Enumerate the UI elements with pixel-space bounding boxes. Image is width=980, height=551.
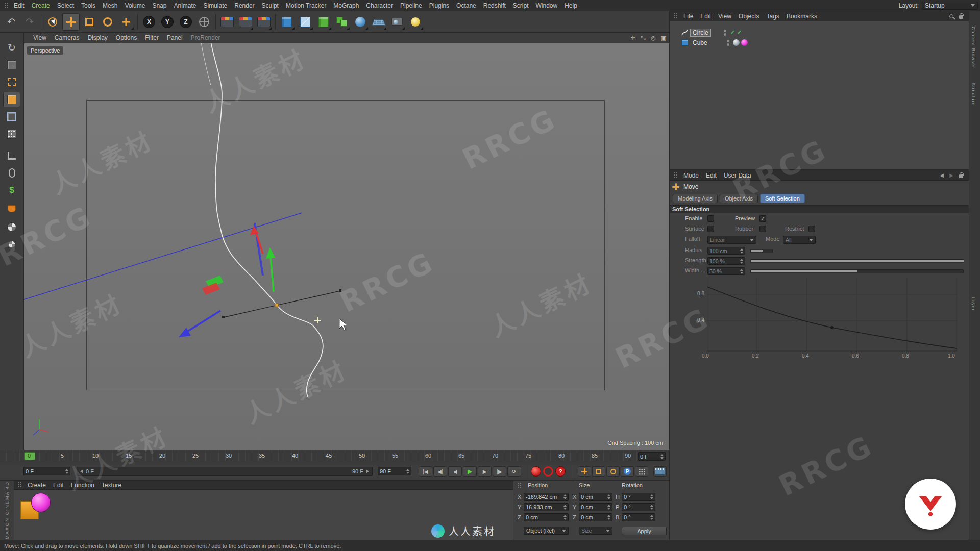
- uv-mode-tool[interactable]: [3, 237, 20, 252]
- surface-checkbox[interactable]: [707, 226, 714, 232]
- previous-key-button[interactable]: ◀|: [433, 466, 447, 477]
- model-mode-tool[interactable]: [3, 57, 20, 72]
- points-mode-tool[interactable]: [3, 127, 20, 142]
- tab-object-axis[interactable]: Object Axis: [720, 194, 758, 203]
- last-used-tool[interactable]: [117, 13, 135, 31]
- menu-create[interactable]: Create: [28, 0, 54, 11]
- menu-select[interactable]: Select: [54, 0, 78, 11]
- visibility-dots-icon[interactable]: [727, 40, 729, 46]
- key-position-toggle[interactable]: [578, 466, 591, 477]
- loop-playback-button[interactable]: ⟳: [507, 466, 521, 477]
- spinner-arrows-icon[interactable]: [405, 469, 409, 474]
- vp-menu-display[interactable]: Display: [83, 34, 111, 41]
- rot-p-field[interactable]: 0 °: [622, 503, 655, 511]
- menu-edit[interactable]: Edit: [10, 0, 28, 11]
- menu-mesh[interactable]: Mesh: [99, 0, 121, 11]
- enabled-check-icon[interactable]: ✓: [737, 29, 742, 36]
- polygons-mode-tool[interactable]: [3, 92, 20, 107]
- menu-render[interactable]: Render: [231, 0, 258, 11]
- object-row-cube[interactable]: Cube: [670, 38, 969, 47]
- dolly-view-icon[interactable]: ⤡: [640, 34, 647, 41]
- mat-menu-function[interactable]: Function: [67, 482, 98, 489]
- tab-soft-selection[interactable]: Soft Selection: [760, 194, 805, 203]
- move-tool[interactable]: [62, 13, 80, 31]
- menu-plugins[interactable]: Plugins: [426, 0, 453, 11]
- zoom-view-icon[interactable]: ◎: [650, 34, 657, 41]
- menu-redshift[interactable]: Redshift: [480, 0, 509, 11]
- falloff-curve-graph[interactable]: [707, 278, 957, 352]
- next-frame-button[interactable]: ▶: [478, 466, 492, 477]
- layout-dropdown[interactable]: Startup: [922, 2, 978, 10]
- pos-z-field[interactable]: 0 cm: [524, 513, 569, 521]
- viewport-solo-tool[interactable]: [3, 165, 20, 181]
- goto-end-button[interactable]: |▶: [493, 466, 506, 477]
- vp-menu-options[interactable]: Options: [112, 34, 141, 41]
- lock-icon[interactable]: [958, 172, 964, 179]
- workplane-tool[interactable]: [3, 148, 20, 163]
- camera-button[interactable]: [388, 13, 406, 31]
- autokey-button[interactable]: [543, 466, 553, 477]
- menu-character[interactable]: Character: [362, 0, 397, 11]
- rotate-tool[interactable]: [99, 13, 116, 31]
- menu-animate[interactable]: Animate: [170, 0, 200, 11]
- rot-h-field[interactable]: 0 °: [622, 493, 655, 501]
- render-view-button[interactable]: [218, 13, 236, 31]
- range-right-icon[interactable]: [366, 469, 369, 473]
- history-forward-icon[interactable]: ▶: [948, 172, 954, 179]
- strength-field[interactable]: 100 %: [707, 257, 745, 265]
- size-y-field[interactable]: 0 cm: [579, 503, 612, 511]
- restrict-checkbox[interactable]: [808, 226, 815, 232]
- menu-script[interactable]: Script: [509, 0, 532, 11]
- texture-axis-tool[interactable]: [3, 74, 20, 90]
- vp-menu-view[interactable]: View: [29, 34, 51, 41]
- key-scale-toggle[interactable]: [592, 466, 605, 477]
- preview-range-slider[interactable]: 0 F 90 F: [77, 467, 373, 476]
- coordinate-system-button[interactable]: [195, 13, 213, 31]
- viewport-canvas[interactable]: Perspective Grid Spacing : 100 cm: [24, 43, 669, 450]
- tab-layer[interactable]: Layer: [971, 297, 976, 311]
- am-menu-edit[interactable]: Edit: [702, 172, 720, 179]
- key-pla-toggle[interactable]: [635, 466, 648, 477]
- om-menu-file[interactable]: File: [680, 13, 697, 20]
- mode-dropdown[interactable]: All: [783, 236, 816, 244]
- frame-number-field[interactable]: 0 F: [638, 452, 666, 461]
- width-field[interactable]: 50 %: [707, 267, 745, 275]
- render-settings-button[interactable]: [255, 13, 273, 31]
- menu-tools[interactable]: Tools: [78, 0, 99, 11]
- mat-menu-edit[interactable]: Edit: [50, 482, 67, 489]
- add-cube-button[interactable]: [278, 13, 296, 31]
- key-parameter-toggle[interactable]: P: [621, 466, 634, 477]
- object-row-circle[interactable]: Circle ✓ ✓: [670, 28, 969, 37]
- am-menu-mode[interactable]: Mode: [680, 172, 702, 179]
- lock-y-axis-button[interactable]: Y: [159, 13, 176, 31]
- lock-z-axis-button[interactable]: Z: [177, 13, 194, 31]
- add-spline-button[interactable]: [297, 13, 314, 31]
- tab-modeling-axis[interactable]: Modeling Axis: [673, 194, 718, 203]
- vp-menu-panel[interactable]: Panel: [163, 34, 187, 41]
- subdivision-surface-button[interactable]: [315, 13, 332, 31]
- menu-simulate[interactable]: Simulate: [200, 0, 231, 11]
- open-timeline-button[interactable]: [653, 466, 667, 477]
- section-header[interactable]: Soft Selection: [670, 205, 969, 213]
- undo-button[interactable]: ↶: [3, 13, 20, 31]
- visibility-dots-icon[interactable]: [724, 30, 726, 36]
- menu-mograph[interactable]: MoGraph: [330, 0, 362, 11]
- snap-tool[interactable]: $: [3, 183, 20, 198]
- om-menu-tags[interactable]: Tags: [763, 13, 783, 20]
- radius-field[interactable]: 100 cm: [707, 247, 745, 255]
- size-z-field[interactable]: 0 cm: [579, 513, 612, 521]
- pos-x-field[interactable]: -169.842 cm: [524, 493, 569, 501]
- panel-grip-icon[interactable]: [518, 482, 522, 489]
- material-tag-icon[interactable]: [741, 39, 748, 46]
- texture-mode-tool[interactable]: [3, 219, 20, 235]
- vp-menu-cameras[interactable]: Cameras: [51, 34, 84, 41]
- keyframe-selection-button[interactable]: ?: [555, 466, 566, 477]
- panel-grip-icon[interactable]: [674, 13, 678, 19]
- menu-window[interactable]: Window: [532, 0, 561, 11]
- enable-checkbox[interactable]: [707, 215, 714, 222]
- vp-menu-prorender[interactable]: ProRender: [187, 34, 225, 41]
- array-instance-button[interactable]: [333, 13, 351, 31]
- toggle-layout-icon[interactable]: ▣: [660, 34, 667, 41]
- render-picture-viewer-button[interactable]: [237, 13, 254, 31]
- phong-tag-icon[interactable]: [733, 39, 740, 46]
